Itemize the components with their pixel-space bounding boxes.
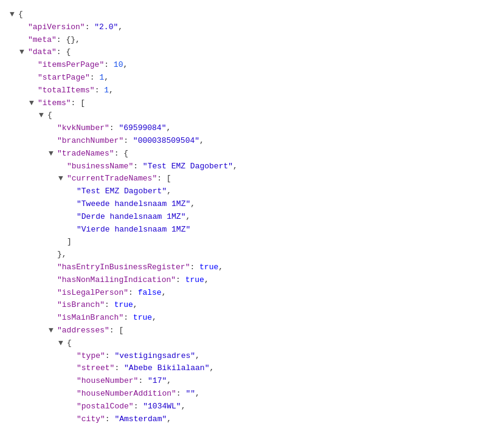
json-token: : xyxy=(157,173,167,185)
json-token: , xyxy=(181,401,186,413)
json-token: "isLegalPerson" xyxy=(57,287,128,300)
collapse-toggle[interactable]: ▼ xyxy=(29,97,38,110)
json-token: { xyxy=(18,9,23,21)
json-token: , xyxy=(152,312,157,325)
json-token: : xyxy=(176,388,186,401)
json-token: true xyxy=(199,261,218,274)
json-token: "type" xyxy=(77,350,105,363)
collapse-toggle[interactable]: ▼ xyxy=(49,148,57,160)
json-line: "branchNumber": "000038509504", xyxy=(10,135,494,148)
json-line: ▼"data": { xyxy=(10,46,494,59)
json-token: , xyxy=(167,375,171,388)
json-token: : xyxy=(105,299,114,312)
json-line: "kvkNumber": "69599084", xyxy=(10,122,494,135)
json-token: "Test EMZ Dagobert" xyxy=(143,160,233,173)
json-token: "hasEntryInBusinessRegister" xyxy=(57,261,190,274)
json-token: { xyxy=(123,148,128,160)
json-token: , xyxy=(233,160,238,173)
json-line: "businessName": "Test EMZ Dagobert", xyxy=(10,160,494,173)
json-line: "isMainBranch": true, xyxy=(10,312,494,325)
json-token: ] xyxy=(67,236,72,249)
json-token: , xyxy=(199,135,204,148)
json-token: , xyxy=(190,198,195,211)
json-token: : xyxy=(105,350,115,363)
json-token: "currentTradeNames" xyxy=(67,173,157,185)
json-token: , xyxy=(195,350,200,363)
collapse-toggle[interactable]: ▼ xyxy=(58,173,67,185)
collapse-toggle[interactable]: ▼ xyxy=(19,46,28,59)
json-token: "kvkNumber" xyxy=(57,122,109,135)
json-token: : xyxy=(109,325,119,337)
json-token: , xyxy=(166,122,171,135)
json-token: , xyxy=(167,413,171,424)
json-token: , xyxy=(104,72,109,84)
json-token: "Tweede handelsnaam 1MZ" xyxy=(77,198,190,211)
json-token: "Abebe Bikilalaan" xyxy=(124,362,209,375)
json-token: "items" xyxy=(38,97,71,110)
json-token: , xyxy=(162,287,167,300)
json-token: "Vierde handelsnaam 1MZ" xyxy=(77,224,190,236)
json-token: "Derde handelsnaam 1MZ" xyxy=(77,211,185,224)
json-token: , xyxy=(167,185,171,198)
json-token: "businessName" xyxy=(67,160,133,173)
json-token: "houseNumberAddition" xyxy=(77,388,176,401)
collapse-toggle[interactable]: ▼ xyxy=(49,325,57,337)
json-token: { xyxy=(66,46,71,59)
json-token: , xyxy=(204,274,209,287)
json-line: ▼{ xyxy=(10,109,494,122)
json-line: "startPage": 1, xyxy=(10,72,494,84)
json-line: "meta": {}, xyxy=(10,34,494,47)
json-line: ▼{ xyxy=(10,9,494,21)
json-line: "Tweede handelsnaam 1MZ", xyxy=(10,198,494,211)
collapse-toggle[interactable]: ▼ xyxy=(58,337,67,350)
json-token: "meta" xyxy=(28,34,57,47)
json-token: "vestigingsadres" xyxy=(114,350,195,363)
json-token: : xyxy=(134,401,143,413)
json-token: : xyxy=(109,122,119,135)
json-line: ▼"addresses": [ xyxy=(10,325,494,337)
json-token: 10 xyxy=(114,59,123,72)
json-token: "postalCode" xyxy=(77,401,134,413)
collapse-toggle[interactable]: ▼ xyxy=(10,9,18,21)
json-token: 1 xyxy=(104,84,109,97)
json-token: : xyxy=(104,59,114,72)
json-token: "Test EMZ Dagobert" xyxy=(77,185,167,198)
json-token: : xyxy=(57,34,66,47)
json-token: "hasNonMailingIndication" xyxy=(57,274,176,287)
json-token: "isBranch" xyxy=(57,299,105,312)
json-token: "000038509504" xyxy=(133,135,199,148)
json-token: true xyxy=(185,274,204,287)
collapse-toggle[interactable]: ▼ xyxy=(39,109,47,122)
json-token: "1034WL" xyxy=(143,401,181,413)
json-token: , xyxy=(109,84,114,97)
json-token: : xyxy=(114,148,124,160)
json-line: ▼"tradeNames": { xyxy=(10,148,494,160)
json-token: , xyxy=(123,59,128,72)
json-token: "isMainBranch" xyxy=(57,312,123,325)
json-token: : xyxy=(90,72,100,84)
json-token: "addresses" xyxy=(57,325,109,337)
json-token: "17" xyxy=(148,375,167,388)
json-token: [ xyxy=(80,97,85,110)
json-line: "totalItems": 1, xyxy=(10,84,494,97)
json-line: "isLegalPerson": false, xyxy=(10,287,494,300)
json-token: "data" xyxy=(28,46,57,59)
json-line: "hasNonMailingIndication": true, xyxy=(10,274,494,287)
json-line: ] xyxy=(10,236,494,249)
json-token: { xyxy=(47,109,52,122)
json-token: : xyxy=(123,312,133,325)
json-line: "type": "vestigingsadres", xyxy=(10,350,494,363)
json-token: : xyxy=(176,274,185,287)
json-token: "houseNumber" xyxy=(77,375,138,388)
json-line: }, xyxy=(10,249,494,261)
json-token: false xyxy=(138,287,162,300)
json-token: "2.0" xyxy=(94,21,118,34)
json-token: , xyxy=(133,299,138,312)
json-token: : xyxy=(123,135,133,148)
json-token: , xyxy=(195,388,200,401)
json-token: "street" xyxy=(77,362,114,375)
json-token: , xyxy=(218,261,223,274)
json-line: "Vierde handelsnaam 1MZ" xyxy=(10,224,494,236)
json-line: "isBranch": true, xyxy=(10,299,494,312)
json-token: : xyxy=(71,97,81,110)
